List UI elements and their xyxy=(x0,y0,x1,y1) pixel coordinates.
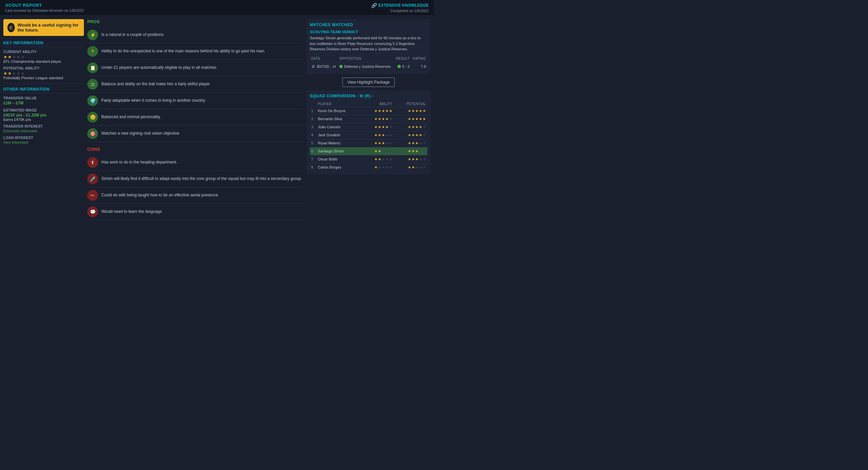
result-dot xyxy=(397,65,401,68)
col-ability: ABILITY xyxy=(363,101,394,107)
star-half: ★ xyxy=(378,157,381,161)
transfer-value-label: TRANSFER VALUE xyxy=(3,96,84,100)
star: ★ xyxy=(385,117,389,121)
squad-row: 1 Kevin De Bruyne ★★★★★ ★★★★★ xyxy=(310,107,427,115)
squad-potential-stars: ★★★★★ xyxy=(394,147,427,155)
squad-ability-stars: ★★★★★ xyxy=(363,163,394,171)
verdict-header: SCOUTING TEAM VERDICT xyxy=(310,30,427,34)
squad-num: 5 xyxy=(310,139,316,147)
squad-potential-stars: ★★★★★ xyxy=(394,123,427,131)
star-empty: ★ xyxy=(385,133,389,137)
star: ★ xyxy=(374,157,378,161)
squad-player-name: Santiago Simón xyxy=(316,147,363,155)
pros-icon: 📋 xyxy=(87,62,98,73)
star: ★ xyxy=(415,109,418,113)
col-opposition: OPPOSITION xyxy=(338,55,394,62)
star-empty: ★ xyxy=(382,149,385,153)
star-empty: ★ xyxy=(389,141,392,145)
star: ★ xyxy=(411,141,415,145)
highlight-package-btn[interactable]: View Highlight Package xyxy=(342,77,395,87)
stars-current: ★ ★ ★ ★ ★ xyxy=(3,54,25,59)
squad-table: PLAYER ABILITY POTENTIAL 1 Kevin De Bruy… xyxy=(310,101,427,171)
earns-value: Earns £470K p/a xyxy=(3,118,84,122)
star-empty: ★ xyxy=(389,149,392,153)
pros-header: PROS xyxy=(87,19,303,24)
star: ★ xyxy=(415,117,418,121)
star-half: ★ xyxy=(385,125,389,129)
banner-icon: C xyxy=(7,23,15,32)
potential-ability-stars: ★ ★ ★ ★ ★ xyxy=(3,71,84,76)
scout-banner: C Would be a useful signing for the futu… xyxy=(3,19,84,36)
cons-text: Would need to learn the language. xyxy=(101,207,163,215)
squad-num: 1 xyxy=(310,107,316,115)
stars-potential: ★ ★ ★ ★ ★ xyxy=(3,71,25,76)
squad-potential-stars: ★★★★★ xyxy=(394,131,427,139)
transfer-value: £1M – £7M xyxy=(3,101,84,105)
match-date: 🖥 30/7/20... H xyxy=(310,62,338,71)
squad-potential-stars: ★★★★★ xyxy=(394,115,427,123)
star-empty: ★ xyxy=(423,141,426,145)
match-row: 🖥 30/7/20... H Defensa y Justicia Reserv… xyxy=(310,62,427,71)
star: ★ xyxy=(411,165,415,169)
star: ★ xyxy=(374,141,378,145)
star: ★ xyxy=(408,157,411,161)
pros-section: PROS ⚡ Is a natural in a couple of posit… xyxy=(87,19,303,142)
star: ★ xyxy=(374,149,378,153)
star-empty: ★ xyxy=(389,125,392,129)
pros-icon: ⚖ xyxy=(87,79,98,90)
left-panel: C Would be a useful signing for the futu… xyxy=(3,19,84,225)
star-half: ★ xyxy=(423,117,426,121)
star: ★ xyxy=(408,109,411,113)
matches-header: MATCHES WATCHED xyxy=(310,23,427,27)
star-empty: ★ xyxy=(423,149,426,153)
star: ★ xyxy=(415,149,418,153)
pros-icon: 🏃 xyxy=(87,46,98,57)
top-bar-left: SCOUT REPORT Last scouted by Sebastian A… xyxy=(5,3,84,12)
squad-row: 6 Santiago Simón ★★★★★ ★★★★★ xyxy=(310,147,427,155)
star: ★ xyxy=(408,125,411,129)
star: ★ xyxy=(408,165,411,169)
star: ★ xyxy=(411,157,415,161)
cons-list: ⬆ Has work to do in the heading departme… xyxy=(87,154,303,220)
cons-icon: ⬆ xyxy=(87,157,98,168)
squad-num: 3 xyxy=(310,123,316,131)
squad-row: 4 Jack Grealish ★★★★★ ★★★★★ xyxy=(310,131,427,139)
squad-player-name: Bernardo Silva xyxy=(316,115,363,123)
col-player: PLAYER xyxy=(316,101,363,107)
squad-num: 4 xyxy=(310,131,316,139)
squad-player-name: Kevin De Bruyne xyxy=(316,107,363,115)
star-empty: ★ xyxy=(385,157,389,161)
link-icon: 🔗 xyxy=(371,3,377,8)
squad-ability-stars: ★★★★★ xyxy=(363,139,394,147)
pros-item: 🏃 Ability to do the unexpected is one of… xyxy=(87,43,303,60)
squad-arrow: › xyxy=(372,94,374,98)
squad-ability-stars: ★★★★★ xyxy=(363,155,394,163)
star-empty: ★ xyxy=(419,141,422,145)
star: ★ xyxy=(408,141,411,145)
pros-text: Balance and ability on the ball make him… xyxy=(101,79,211,87)
cons-icon: 🧪 xyxy=(87,174,98,184)
star: ★ xyxy=(385,109,389,113)
squad-ability-stars: ★★★★★ xyxy=(363,123,394,131)
star-half: ★ xyxy=(415,157,418,161)
star3: ★ xyxy=(12,54,16,59)
match-opposition: Defensa y Justicia Reserves xyxy=(338,62,394,71)
star: ★ xyxy=(415,133,418,137)
star-empty: ★ xyxy=(423,133,426,137)
squad-ability-stars: ★★★★★ xyxy=(363,131,394,139)
squad-potential-stars: ★★★★★ xyxy=(394,107,427,115)
squad-num: 7 xyxy=(310,155,316,163)
squad-player-name: Carlos Borges xyxy=(316,163,363,171)
pros-text: Fairly adaptable when it comes to living… xyxy=(101,95,206,103)
star: ★ xyxy=(374,125,378,129)
top-bar-right: 🔗 EXTENSIVE KNOWLEDGE Completed on 1/8/2… xyxy=(371,3,429,13)
star: ★ xyxy=(382,117,385,121)
star-half: ★ xyxy=(419,125,422,129)
squad-player-name: Oscar Bobb xyxy=(316,155,363,163)
star-empty: ★ xyxy=(389,133,392,137)
squad-player-name: João Cancelo xyxy=(316,123,363,131)
col-rating: RATING xyxy=(411,55,427,62)
matches-section: MATCHES WATCHED SCOUTING TEAM VERDICT Sa… xyxy=(306,19,431,74)
current-ability-label: CURRENT ABILITY xyxy=(3,50,84,54)
star: ★ xyxy=(378,117,381,121)
